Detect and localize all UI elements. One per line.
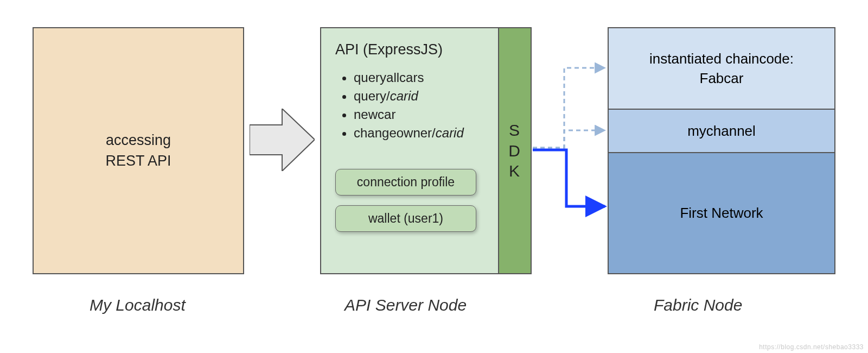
fabric-chaincode-section: instantiated chaincode: Fabcar bbox=[609, 28, 834, 110]
solid-connector-to-first-network bbox=[533, 150, 605, 206]
endpoint-newcar: newcar bbox=[354, 107, 488, 122]
api-endpoint-list: queryallcars query/carid newcar changeow… bbox=[335, 70, 488, 144]
endpoint-queryallcars: queryallcars bbox=[354, 70, 488, 85]
localhost-box: accessing REST API bbox=[33, 27, 244, 274]
endpoint-query-carid: query/carid bbox=[354, 89, 488, 104]
fabric-channel-section: mychannel bbox=[609, 110, 834, 153]
svg-marker-0 bbox=[250, 109, 315, 171]
api-title: API (ExpressJS) bbox=[335, 41, 488, 58]
chips-container: connection profile wallet (user1) bbox=[335, 169, 488, 242]
sdk-to-fabric-connectors bbox=[532, 27, 613, 277]
flow-arrow-icon bbox=[250, 109, 315, 171]
api-server-main: API (ExpressJS) queryallcars query/carid… bbox=[321, 28, 498, 273]
fabric-top-line1: instantiated chaincode: bbox=[649, 51, 794, 67]
sdk-strip: SDK bbox=[498, 28, 531, 273]
endpoint-changeowner-carid: changeowner/carid bbox=[354, 125, 488, 141]
localhost-line2: REST API bbox=[105, 153, 171, 169]
fabric-node-box: instantiated chaincode: Fabcar mychannel… bbox=[608, 27, 835, 274]
fabric-caption: Fabric Node bbox=[654, 296, 742, 314]
dashed-connector-to-mychannel bbox=[533, 130, 605, 148]
api-server-box: API (ExpressJS) queryallcars query/carid… bbox=[320, 27, 532, 274]
architecture-diagram: accessing REST API My Localhost API (Exp… bbox=[0, 0, 868, 353]
localhost-caption: My Localhost bbox=[90, 296, 186, 314]
wallet-chip: wallet (user1) bbox=[335, 205, 476, 232]
watermark-text: https://blog.csdn.net/shebao3333 bbox=[759, 343, 864, 351]
api-server-caption: API Server Node bbox=[344, 296, 467, 314]
dashed-connector-to-chaincode bbox=[533, 68, 605, 148]
sdk-label: SDK bbox=[508, 120, 521, 181]
connection-profile-chip: connection profile bbox=[335, 169, 476, 196]
localhost-text: accessing REST API bbox=[105, 130, 171, 172]
localhost-line1: accessing bbox=[106, 132, 171, 148]
fabric-network-section: First Network bbox=[609, 153, 834, 273]
fabric-top-line2: Fabcar bbox=[700, 70, 744, 86]
